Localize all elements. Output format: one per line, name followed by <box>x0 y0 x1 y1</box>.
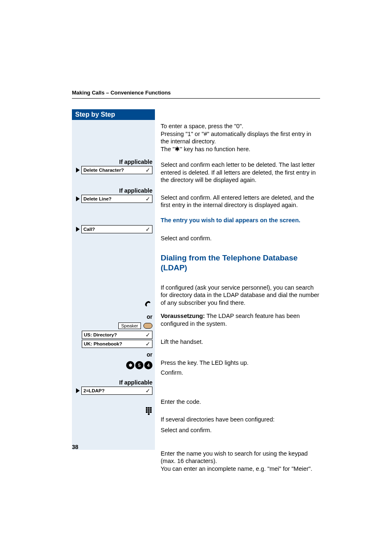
menu-label: Delete Line? <box>83 196 111 201</box>
menu-delete-line[interactable]: Delete Line? ✓ <box>72 194 155 204</box>
key-4[interactable]: 4 <box>144 361 152 369</box>
menu-label: 2=LDAP? <box>83 388 104 393</box>
if-applicable-label: If applicable <box>72 377 155 386</box>
key-star[interactable]: ✱ <box>126 361 134 369</box>
check-icon: ✓ <box>145 341 150 347</box>
menu-delete-character[interactable]: Delete Character? ✓ <box>72 165 155 175</box>
header-rule <box>72 98 320 99</box>
play-marker-icon <box>76 168 80 173</box>
or-label: or <box>72 312 155 322</box>
check-icon: ✓ <box>145 387 150 394</box>
body-text: Voraussetzung: The LDAP search feature h… <box>161 312 320 327</box>
step-sidebar: Step by Step If applicable Delete Charac… <box>72 109 155 450</box>
speaker-key[interactable]: Speaker <box>72 322 155 330</box>
body-text: Enter the code. <box>161 398 320 406</box>
menu-label: UK: Phonebook? <box>84 341 122 346</box>
handset-icon <box>143 300 152 309</box>
oval-button-icon <box>143 323 152 329</box>
body-text: If several directories have been configu… <box>161 416 320 424</box>
menu-us-directory[interactable]: US: Directory? ✓ <box>82 331 152 339</box>
body-text: Select and confirm. All entered letters … <box>161 194 320 209</box>
body-text: Enter the name you wish to search for us… <box>161 450 320 465</box>
or-label: or <box>72 350 155 359</box>
menu-label: Call? <box>83 227 95 232</box>
menu-label: US: Directory? <box>84 332 117 337</box>
play-marker-icon <box>76 196 80 201</box>
if-applicable-label: If applicable <box>72 185 155 194</box>
check-icon: ✓ <box>145 226 150 233</box>
body-text: Pressing "1" or "#" automatically displa… <box>161 130 320 145</box>
body-text: Select and confirm. <box>161 235 320 242</box>
check-icon: ✓ <box>145 332 150 338</box>
body-text: The "✱" key has no function here. <box>161 145 320 153</box>
play-marker-icon <box>76 388 80 393</box>
menu-uk-phonebook[interactable]: UK: Phonebook? ✓ <box>82 340 152 348</box>
running-header: Making Calls – Convenience Functions <box>72 90 320 96</box>
menu-call[interactable]: Call? ✓ <box>72 224 155 234</box>
body-text: To enter a space, press the "0". <box>161 122 320 130</box>
body-text: You can enter an incomplete name, e.g. "… <box>161 465 320 473</box>
key-label: Speaker <box>118 322 141 329</box>
check-icon: ✓ <box>145 167 150 173</box>
body-text: Confirm. <box>161 369 320 377</box>
voraussetzung-label: Voraussetzung: <box>161 313 205 319</box>
code-keys: ✱ 5 4 <box>72 359 155 371</box>
body-text: Select and confirm each letter to be del… <box>161 161 320 184</box>
if-applicable-label: If applicable <box>72 156 155 165</box>
menu-label: Delete Character? <box>83 168 124 173</box>
instruction-column: To enter a space, press the "0". Pressin… <box>155 109 320 472</box>
body-text: Select and confirm. <box>161 426 320 434</box>
check-icon: ✓ <box>145 196 150 202</box>
inline-heading: The entry you wish to dial appears on th… <box>161 216 320 224</box>
body-text: Lift the handset. <box>161 338 320 346</box>
section-heading-ldap: Dialing from the Telephone Database (LDA… <box>161 253 320 273</box>
body-text: Press the key. The LED lights up. <box>161 359 320 367</box>
keypad-icon <box>146 407 152 415</box>
step-by-step-header: Step by Step <box>72 109 155 120</box>
menu-ldap[interactable]: 2=LDAP? ✓ <box>72 386 155 396</box>
play-marker-icon <box>76 227 80 232</box>
key-5[interactable]: 5 <box>135 361 143 369</box>
page-number: 38 <box>72 444 78 450</box>
body-text: If configured (ask your service personne… <box>161 284 320 307</box>
